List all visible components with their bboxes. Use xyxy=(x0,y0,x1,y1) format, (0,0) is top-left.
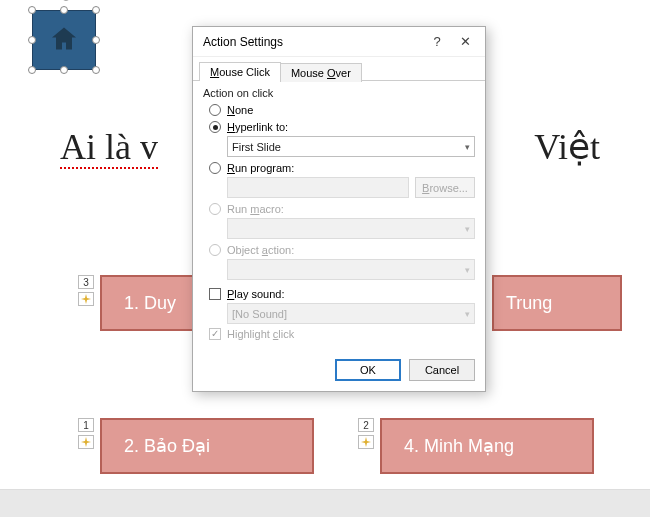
resize-handle[interactable] xyxy=(28,6,36,14)
hyperlink-combo[interactable]: First Slide ▾ xyxy=(227,136,475,157)
chevron-down-icon: ▾ xyxy=(465,309,470,319)
anim-effect-tag[interactable] xyxy=(78,292,94,306)
radio-none-row[interactable]: None xyxy=(209,104,475,116)
resize-handle[interactable] xyxy=(28,36,36,44)
browse-button: Browse... xyxy=(415,177,475,198)
dialog-body: Action on click None Hyperlink to: First… xyxy=(193,81,485,351)
radio-run-program[interactable] xyxy=(209,162,221,174)
title-text: Việt xyxy=(534,127,600,167)
chevron-down-icon: ▾ xyxy=(465,224,470,234)
answer-box-4[interactable]: 4. Minh Mạng xyxy=(380,418,594,474)
highlight-click-check xyxy=(209,328,221,340)
radio-hyperlink-row[interactable]: Hyperlink to: xyxy=(209,121,475,133)
resize-handle[interactable] xyxy=(60,66,68,74)
dialog-title: Action Settings xyxy=(203,35,423,49)
ok-button[interactable]: OK xyxy=(335,359,401,381)
hyperlink-target-row: First Slide ▾ xyxy=(227,136,475,157)
radio-label: Object action: xyxy=(227,244,294,256)
sound-row: [No Sound] ▾ xyxy=(227,303,475,324)
title-text: Ai là v xyxy=(60,127,158,169)
answer-box-2[interactable]: 2. Bảo Đại xyxy=(100,418,314,474)
resize-handle[interactable] xyxy=(92,6,100,14)
group-label: Action on click xyxy=(203,87,475,99)
radio-label: Run macro: xyxy=(227,203,284,215)
anim-order-tag[interactable]: 1 xyxy=(78,418,94,432)
action-on-click-group: Action on click None Hyperlink to: First… xyxy=(203,87,475,280)
resize-handle[interactable] xyxy=(28,66,36,74)
macro-combo: ▾ xyxy=(227,218,475,239)
chevron-down-icon: ▾ xyxy=(465,142,470,152)
notes-pane-strip xyxy=(0,490,650,517)
object-action-combo: ▾ xyxy=(227,259,475,280)
tab-mouse-click[interactable]: Mouse Click xyxy=(199,62,281,81)
sound-combo: [No Sound] ▾ xyxy=(227,303,475,324)
check-label: Highlight click xyxy=(227,328,294,340)
slide-title-left[interactable]: Ai là v xyxy=(60,126,158,168)
resize-handle[interactable] xyxy=(92,36,100,44)
run-macro-row: ▾ xyxy=(227,218,475,239)
radio-run-program-row[interactable]: Run program: xyxy=(209,162,475,174)
dialog-tabs: Mouse Click Mouse Over xyxy=(193,57,485,81)
radio-hyperlink[interactable] xyxy=(209,121,221,133)
close-button[interactable]: ✕ xyxy=(451,34,479,49)
run-program-path xyxy=(227,177,409,198)
run-program-row: Browse... xyxy=(227,177,475,198)
object-action-row: ▾ xyxy=(227,259,475,280)
radio-object-action xyxy=(209,244,221,256)
answer-label: Trung xyxy=(506,293,552,314)
resize-handle[interactable] xyxy=(60,6,68,14)
anim-effect-tag[interactable] xyxy=(78,435,94,449)
tab-label: Mouse Over xyxy=(291,67,351,79)
anim-order-tag[interactable]: 3 xyxy=(78,275,94,289)
radio-run-macro xyxy=(209,203,221,215)
play-sound-row[interactable]: Play sound: xyxy=(209,288,475,300)
radio-run-macro-row: Run macro: xyxy=(209,203,475,215)
anim-order-tag[interactable]: 2 xyxy=(358,418,374,432)
resize-handle[interactable] xyxy=(92,66,100,74)
answer-label: 4. Minh Mạng xyxy=(404,435,514,457)
cancel-button[interactable]: Cancel xyxy=(409,359,475,381)
tab-label: Mouse Click xyxy=(210,66,270,78)
home-icon xyxy=(50,26,78,55)
answer-label: 2. Bảo Đại xyxy=(124,435,210,457)
radio-none[interactable] xyxy=(209,104,221,116)
radio-label: Run program: xyxy=(227,162,294,174)
highlight-click-row: Highlight click xyxy=(209,328,475,340)
dialog-buttons: OK Cancel xyxy=(193,351,485,391)
play-sound-check[interactable] xyxy=(209,288,221,300)
button-label: OK xyxy=(360,364,376,376)
home-shape[interactable] xyxy=(32,10,96,70)
radio-object-action-row: Object action: xyxy=(209,244,475,256)
combo-value: [No Sound] xyxy=(232,308,287,320)
answer-box-3-partial[interactable]: Trung xyxy=(492,275,622,331)
check-label: Play sound: xyxy=(227,288,285,300)
button-label: Cancel xyxy=(425,364,459,376)
tab-mouse-over[interactable]: Mouse Over xyxy=(280,63,362,82)
action-settings-dialog: Action Settings ? ✕ Mouse Click Mouse Ov… xyxy=(192,26,486,392)
radio-label: None xyxy=(227,104,253,116)
answer-label: 1. Duy xyxy=(124,293,176,314)
dialog-titlebar[interactable]: Action Settings ? ✕ xyxy=(193,27,485,57)
slide-title-right[interactable]: Việt xyxy=(534,126,600,168)
help-button[interactable]: ? xyxy=(423,34,451,49)
combo-value: First Slide xyxy=(232,141,281,153)
button-label: Browse... xyxy=(422,182,468,194)
radio-label: Hyperlink to: xyxy=(227,121,288,133)
anim-effect-tag[interactable] xyxy=(358,435,374,449)
chevron-down-icon: ▾ xyxy=(465,265,470,275)
